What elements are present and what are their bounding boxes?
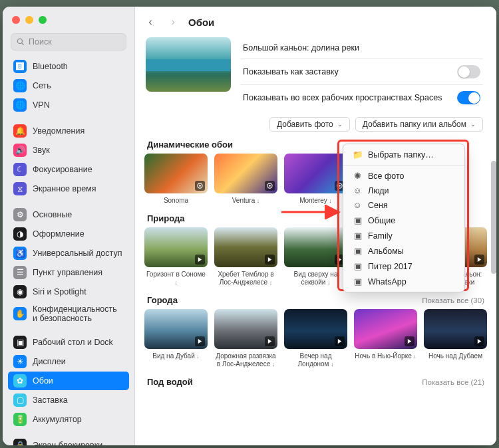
svg-point-5 [339, 185, 341, 187]
main: ‹ › Обои Большой каньон: долина реки Пок… [135, 7, 496, 445]
section-title: Динамические обои [147, 140, 233, 150]
close-window[interactable] [12, 16, 20, 24]
search-input[interactable]: Поиск [11, 33, 126, 51]
sidebar-item[interactable]: ◑Оформление [8, 225, 129, 243]
dropdown-item[interactable]: 📁Выбрать папку… [343, 147, 464, 162]
show-all-link[interactable]: Показать все (21) [422, 378, 484, 386]
sidebar-item[interactable]: ☀Дисплеи [8, 352, 129, 371]
wallpaper-label: Ночь над Дубаем [424, 352, 487, 361]
current-wallpaper: Большой каньон: долина реки Показывать к… [146, 37, 483, 110]
show-all-link[interactable]: Показать все (30) [422, 296, 484, 304]
sidebar-item[interactable]: ☾Фокусирование [8, 160, 129, 179]
wallpaper-label: Ночь в Нью-Йорке ↓ [354, 352, 417, 361]
back-button[interactable]: ‹ [143, 15, 158, 29]
wallpaper-card[interactable]: Ventura ↓ [214, 154, 277, 205]
dropdown-item-label: WhatsApp [368, 277, 407, 286]
sidebar-item[interactable]: ⚙Основные [8, 205, 129, 224]
sidebar-item-icon: 🔒 [13, 439, 27, 445]
minimize-window[interactable] [25, 16, 33, 24]
dropdown-item[interactable]: ☺Сеня [343, 198, 464, 213]
wallpaper-thumb [144, 154, 208, 193]
dropdown-item[interactable]: ▣WhatsApp [343, 274, 464, 289]
wallpaper-card[interactable]: Вид сверху на секвойи ↓ [284, 227, 347, 287]
wallpaper-thumb [214, 227, 277, 267]
video-badge-icon [265, 255, 275, 265]
sidebar-item[interactable]: ✋Конфиденциальность и безопасность [8, 302, 129, 326]
wallpaper-card[interactable]: Дорожная развязка в Лос-Анджелесе ↓ [214, 309, 277, 369]
forward-button[interactable]: › [166, 15, 180, 29]
wallpaper-card[interactable]: Monterey ↓ [284, 154, 347, 205]
sidebar-item[interactable]: ♿Универсальный доступ [8, 244, 129, 263]
sidebar-item[interactable]: ⧖Экранное время [8, 179, 129, 198]
dropdown-item-label: Family [368, 231, 393, 241]
sidebar-item[interactable]: 🅱Bluetooth [8, 57, 129, 76]
wallpaper-thumb [144, 227, 208, 267]
dropdown-item[interactable]: ▣Family [343, 228, 464, 243]
wallpaper-card[interactable]: Хребет Темблор в Лос-Анджелесе ↓ [214, 227, 277, 287]
wallpaper-settings: Большой каньон: долина реки Показывать к… [240, 37, 483, 110]
sidebar-item[interactable]: ▣Рабочий стол и Dock [8, 333, 129, 352]
wallpaper-thumb [424, 309, 487, 349]
chevron-down-icon: ⌄ [337, 121, 343, 128]
wallpaper-label: Хребет Темблор в Лос-Анджелесе ↓ [214, 271, 277, 287]
sidebar-item-label: Звук [33, 146, 50, 155]
annotation-arrow [281, 205, 343, 219]
sidebar-item[interactable]: ☰Пункт управления [8, 263, 129, 282]
sidebar-item-icon: ▣ [13, 336, 27, 349]
wallpaper-card[interactable]: Sonoma [144, 154, 208, 205]
zoom-window[interactable] [39, 16, 47, 24]
sidebar-item[interactable]: 🔋Аккумулятор [8, 410, 129, 429]
dropdown-item[interactable]: ✺Все фото [343, 168, 464, 183]
sidebar-item-icon: 🅱 [13, 60, 27, 73]
wallpaper-label: Вид на Дубай ↓ [144, 352, 208, 361]
add-photo-button[interactable]: Добавить фото⌄ [269, 117, 350, 132]
wallpaper-thumb [284, 309, 347, 349]
dropdown-item-label: Все фото [368, 171, 405, 181]
sidebar-item-label: Конфиденциальность и безопасность [33, 304, 124, 323]
scrollbar[interactable] [491, 161, 496, 274]
dynamic-badge-icon [265, 181, 275, 191]
screensaver-toggle[interactable] [457, 65, 480, 78]
wallpaper-preview[interactable] [146, 37, 231, 92]
wallpaper-card[interactable]: Вид на Дубай ↓ [144, 309, 208, 369]
main-header: ‹ › Обои [135, 7, 496, 35]
video-badge-icon [195, 336, 205, 346]
search-placeholder: Поиск [29, 37, 52, 47]
dropdown-item[interactable]: ▣Альбомы [343, 243, 464, 259]
sidebar-item-icon: ♿ [13, 247, 27, 260]
sidebar-item-label: Дисплеи [33, 357, 66, 366]
spaces-row: Показывать во всех рабочих пространствах… [240, 85, 483, 110]
wallpaper-card[interactable]: Вечер над Лондоном ↓ [284, 309, 347, 369]
dropdown-item-icon: ▣ [353, 231, 363, 241]
add-folder-button[interactable]: Добавить папку или альбом⌄ [355, 117, 483, 132]
wallpaper-label: Дорожная развязка в Лос-Анджелесе ↓ [214, 352, 277, 369]
sidebar-item[interactable]: 🌐VPN [8, 96, 129, 114]
sidebar-item-label: Экранное время [33, 184, 96, 193]
svg-point-1 [199, 185, 201, 187]
sidebar-item-icon: ☾ [13, 163, 27, 176]
wallpaper-card[interactable]: Ночь в Нью-Йорке ↓ [354, 309, 417, 369]
sidebar-item[interactable]: 🔊Звук [8, 141, 129, 160]
sidebar-item[interactable]: ◉Siri и Spotlight [8, 282, 129, 301]
wallpaper-row: Вид на Дубай ↓Дорожная развязка в Лос-Ан… [144, 309, 487, 369]
wallpaper-card[interactable]: Ночь над Дубаем [424, 309, 487, 369]
sidebar-item[interactable]: 🔒Экран блокировки [8, 436, 129, 445]
sidebar-item[interactable]: ▢Заставка [8, 391, 129, 409]
sidebar-item-icon: 🌐 [13, 79, 27, 92]
sidebar-item[interactable]: 🔔Уведомления [8, 122, 129, 140]
chevron-down-icon: ⌄ [470, 121, 476, 128]
dropdown-item[interactable]: ☺Люди [343, 183, 464, 198]
wallpaper-label: Вечер над Лондоном ↓ [284, 352, 347, 369]
window-controls [3, 7, 134, 29]
sidebar-item[interactable]: ✿Обои [8, 372, 129, 390]
sidebar-item-label: Уведомления [33, 126, 84, 136]
add-folder-dropdown: 📁Выбрать папку…✺Все фото☺Люди☺Сеня▣Общие… [343, 144, 465, 292]
wallpaper-card[interactable]: Горизонт в Сономе ↓ [144, 227, 208, 287]
spaces-toggle[interactable] [457, 91, 480, 104]
video-badge-icon [474, 336, 484, 346]
wallpaper-thumb [214, 309, 277, 349]
dropdown-item[interactable]: ▣Питер 2017 [343, 259, 464, 274]
dropdown-item[interactable]: ▣Общие [343, 213, 464, 228]
sidebar-item[interactable]: 🌐Сеть [8, 76, 129, 95]
search-icon [17, 38, 25, 46]
